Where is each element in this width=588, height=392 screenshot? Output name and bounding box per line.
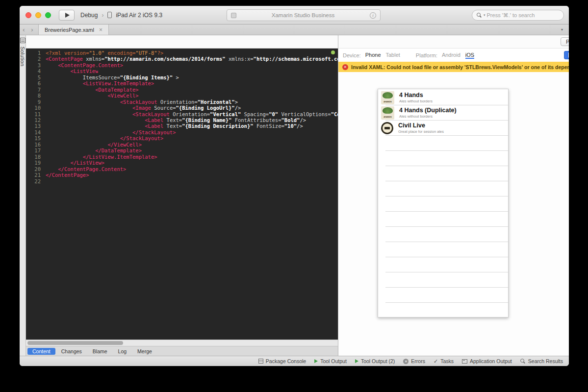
statusbar-search-results[interactable]: Search Results [520, 358, 563, 364]
code-line[interactable]: 21</ContentPage> [26, 172, 338, 178]
code-token: <ViewCell> [107, 93, 138, 98]
code-line[interactable]: 6 <ListView.ItemTemplate> [26, 80, 338, 86]
code-line[interactable]: 18 </ListView.ItemTemplate> [26, 154, 338, 160]
list-item-empty[interactable] [378, 242, 508, 257]
statusbar-tool-output-2[interactable]: Tool Output (2) [355, 358, 395, 364]
code-line[interactable]: 20 </ContentPage.Content> [26, 166, 338, 172]
list-item-empty[interactable] [378, 151, 508, 166]
close-window-button[interactable] [26, 12, 31, 18]
statusbar-tool-output[interactable]: Tool Output [314, 358, 347, 364]
code-line[interactable]: 9 <StackLayout Orientation="Horizontal"> [26, 99, 338, 105]
code-line[interactable]: 16 </ViewCell> [26, 142, 338, 147]
statusbar-tasks[interactable]: Tasks [434, 358, 454, 365]
list-item-empty[interactable] [378, 303, 508, 318]
code-line[interactable]: 5 ItemsSource="{Binding Items}" > [26, 74, 338, 80]
close-tab-icon[interactable]: × [99, 27, 102, 33]
code-token: Orientation= [157, 99, 198, 105]
line-number: 17 [26, 147, 46, 153]
list-item-text: 4 Hands (Duplicate)Ales without borders [399, 107, 457, 119]
code-line[interactable]: 15 </StackLayout> [26, 135, 338, 141]
code-text: </ViewCell> [46, 142, 142, 147]
code-line[interactable]: 2<ContentPage xmlns="http://xamarin.com/… [26, 56, 338, 62]
code-line[interactable]: 19 </ListView> [26, 160, 338, 166]
code-line[interactable]: 3 <ContentPage.Content> [26, 62, 338, 68]
left-dock-rail: Solution [20, 35, 26, 356]
code-editor[interactable]: 1<?xml version="1.0" encoding="UTF-8"?>2… [26, 49, 338, 340]
code-line[interactable]: 8 <ViewCell> [26, 93, 338, 98]
list-item-empty[interactable] [378, 257, 508, 272]
code-token: Spacing= [241, 111, 269, 117]
device-option-phone[interactable]: Phone [365, 52, 381, 59]
statusbar-application-output[interactable]: Application Output [462, 358, 512, 364]
list-item[interactable]: 4 Hands (Duplicate)Ales without borders [378, 105, 508, 121]
line-number: 5 [26, 74, 46, 80]
navigate-back-button[interactable]: ‹ [20, 24, 28, 35]
code-line[interactable]: 7 <DataTemplate> [26, 87, 338, 93]
device-icon [107, 12, 112, 18]
code-text: <ContentPage xmlns="http://xamarin.com/s… [46, 56, 338, 62]
info-icon[interactable]: i [370, 12, 376, 19]
code-line[interactable]: 22 [26, 178, 338, 184]
search-input[interactable] [487, 12, 559, 18]
line-number: 20 [26, 166, 46, 172]
editor-tab-content[interactable]: Content [27, 348, 55, 355]
list-item[interactable]: 4 HandsAles without borders [378, 90, 508, 105]
code-line[interactable]: 1<?xml version="1.0" encoding="UTF-8"?> [26, 50, 338, 56]
code-token: xmlns= [83, 56, 104, 62]
code-token [46, 105, 132, 111]
editor-tab-blame[interactable]: Blame [88, 348, 112, 355]
editor-tab-changes[interactable]: Changes [56, 348, 87, 355]
list-item-empty[interactable] [378, 196, 508, 212]
code-text: <?xml version="1.0" encoding="UTF-8"?> [46, 50, 163, 56]
device-option-tablet[interactable]: Tablet [386, 52, 400, 59]
code-token: "0" [269, 111, 278, 117]
run-button[interactable] [59, 10, 75, 21]
code-line[interactable]: 14 </StackLayout> [26, 129, 338, 135]
list-item-empty[interactable] [378, 181, 508, 196]
list-item-empty[interactable] [378, 288, 508, 303]
code-line[interactable]: 12 <Label Text="{Binding Name}" FontAttr… [26, 117, 338, 123]
zoom-window-button[interactable] [45, 12, 51, 18]
list-item-empty[interactable] [378, 166, 508, 181]
statusbar-errors[interactable]: Errors [403, 358, 425, 364]
code-token: /> [300, 117, 306, 123]
list-item[interactable]: Civil LiveGreat place for session ales [378, 121, 508, 136]
list-item-empty[interactable] [378, 227, 508, 242]
global-search[interactable]: ▾ [472, 10, 564, 21]
configuration-selector[interactable]: Debug › iPad Air 2 iOS 9.3 [80, 12, 162, 19]
tab-overflow-icon[interactable]: ▾ [561, 27, 563, 32]
code-token: <StackLayout [120, 99, 157, 105]
code-line[interactable]: 4 <ListView [26, 68, 338, 74]
list-item-empty[interactable] [378, 212, 508, 227]
code-line[interactable]: 10 <Image Source="{Binding LogoUrl}"/> [26, 105, 338, 111]
tab-breweriespage-xaml[interactable]: BreweriesPage.xaml × [38, 24, 109, 35]
code-token: > [173, 74, 179, 80]
orientation-portrait-button[interactable] [564, 51, 569, 59]
scrollbar-thumb[interactable] [27, 341, 123, 345]
platform-option-android[interactable]: Android [442, 52, 460, 59]
code-token: /> [235, 105, 241, 111]
platform-label: Platform: [416, 52, 437, 58]
editor-tab-merge[interactable]: Merge [132, 348, 157, 355]
code-line[interactable]: 17 </DataTemplate> [26, 147, 338, 153]
navigate-forward-button[interactable]: › [28, 24, 36, 35]
statusbar-package-console[interactable]: Package Console [258, 358, 306, 364]
code-token: </ContentPage> [46, 172, 89, 178]
preview-button[interactable]: Preview [561, 37, 569, 46]
code-token [46, 147, 95, 153]
code-line[interactable]: 13 <Label Text="{Binding Description}" F… [26, 123, 338, 129]
sidebar-item-solution[interactable]: Solution [20, 47, 26, 66]
platform-option-ios[interactable]: iOS [465, 52, 474, 59]
editor-column: 1<?xml version="1.0" encoding="UTF-8"?>2… [26, 35, 338, 356]
code-token [46, 142, 107, 147]
list-item-empty[interactable] [378, 136, 508, 151]
editor-tab-log[interactable]: Log [113, 348, 132, 355]
code-token: "{Binding Items}" [120, 74, 173, 80]
search-icon [477, 13, 482, 18]
minimize-window-button[interactable] [35, 12, 41, 18]
code-token [46, 160, 71, 166]
editor-horizontal-scrollbar[interactable] [26, 340, 338, 346]
code-line[interactable]: 11 <StackLayout Orientation="Vertical" S… [26, 111, 338, 117]
statusbar-label: Search Results [528, 358, 563, 364]
list-item-empty[interactable] [378, 272, 508, 288]
